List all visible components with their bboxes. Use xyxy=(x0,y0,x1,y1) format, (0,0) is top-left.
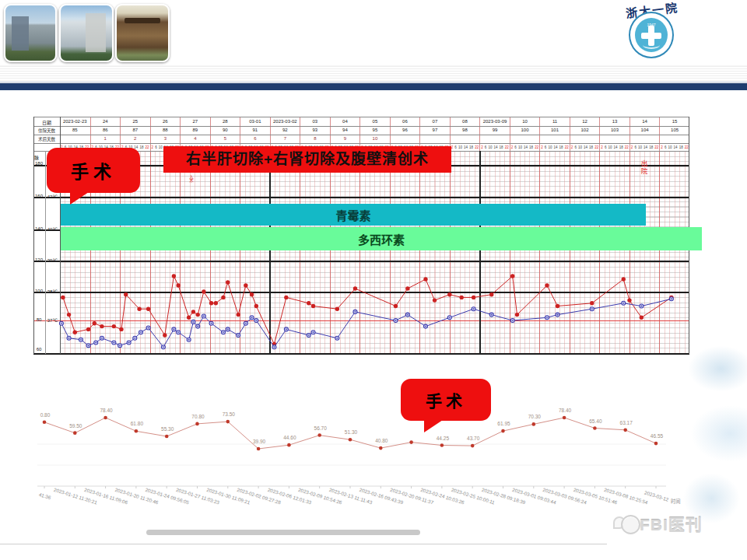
surgery-callout: 手术 xyxy=(47,148,140,193)
trend-point xyxy=(73,431,77,435)
header-cell: 101 xyxy=(539,126,570,135)
time-ticks-cell: 2610141822 xyxy=(659,143,689,151)
header-cell: 94 xyxy=(330,126,360,135)
x-axis-unit-label: 时间 xyxy=(671,498,681,505)
header-cell: 15 xyxy=(659,117,689,126)
trend-point xyxy=(563,416,566,420)
discharge-label: 出院 xyxy=(639,160,648,175)
value-label: 63.17 xyxy=(620,420,633,425)
header-cell xyxy=(570,135,600,143)
time-tick: 18 xyxy=(589,145,593,149)
time-tick: 10 xyxy=(458,145,462,149)
temp-point xyxy=(622,277,626,281)
horizontal-scrollbar[interactable] xyxy=(146,530,420,535)
time-tick: 22 xyxy=(685,145,689,149)
time-tick: 10 xyxy=(608,145,612,149)
header-cell: 86 xyxy=(90,126,121,135)
header-cell: 03-01 xyxy=(240,117,270,126)
time-tick: 22 xyxy=(654,145,658,149)
temp-point xyxy=(284,296,288,299)
trend-point xyxy=(349,438,352,442)
value-label: 44.25 xyxy=(437,436,450,441)
temp-point xyxy=(191,310,195,313)
temp-point xyxy=(226,280,230,284)
trend-point xyxy=(440,443,444,447)
value-label: 43.70 xyxy=(467,436,480,441)
time-tick: 6 xyxy=(665,145,667,149)
building-shape xyxy=(86,13,106,52)
trend-point xyxy=(623,429,627,432)
time-tick: 2 xyxy=(152,145,154,149)
temp-point xyxy=(124,292,128,296)
temp-point xyxy=(627,298,631,302)
header-cell: 25 xyxy=(120,117,150,126)
header-cell xyxy=(390,135,420,143)
time-tick: 22 xyxy=(565,145,569,149)
hospital-logo: 浙大一院 1947 xyxy=(622,2,683,64)
building-shape xyxy=(12,16,29,51)
temp-point xyxy=(250,292,254,296)
temp-point xyxy=(244,283,247,287)
temp-point xyxy=(237,313,240,317)
temp-point xyxy=(112,324,116,328)
trend-point xyxy=(501,429,505,433)
time-tick: 18 xyxy=(649,145,653,149)
time-tick: 14 xyxy=(524,145,528,149)
trend-point xyxy=(379,446,383,450)
header-cell: 6 xyxy=(240,135,270,143)
temp-point xyxy=(423,277,427,281)
header-cell: 3 xyxy=(150,135,181,143)
trend-point xyxy=(43,421,47,425)
header-cell: 06 xyxy=(390,117,420,126)
time-tick: 6 xyxy=(634,145,637,149)
header-cell: 05 xyxy=(359,117,390,126)
pulse-axis-label: 80 xyxy=(33,317,44,322)
value-label: 40.80 xyxy=(375,438,388,443)
header-cell: 28 xyxy=(210,117,240,126)
time-tick: 2 xyxy=(451,145,454,149)
trend-plot: 0.8041:3659.502023-01-12 11:20:2178.4020… xyxy=(23,383,708,527)
header-cell: 07 xyxy=(419,117,450,126)
header-cell: 100 xyxy=(510,126,540,135)
time-ticks-cell: 2610141822 xyxy=(599,143,630,151)
time-tick: 2 xyxy=(631,145,633,149)
header-cell: 27 xyxy=(180,117,210,126)
postop-days-row: 12345678910 xyxy=(60,135,689,143)
temp-point xyxy=(545,283,549,287)
header-cell: 93 xyxy=(300,126,330,135)
header-cell xyxy=(450,135,480,143)
temp-point xyxy=(489,292,493,296)
header-cell xyxy=(510,135,540,143)
header-cell: 9 xyxy=(330,135,360,143)
header-cell: 04 xyxy=(330,117,360,126)
time-tick: 18 xyxy=(559,145,563,149)
time-tick: 2 xyxy=(601,145,603,149)
temp-point xyxy=(556,304,559,308)
header-cell: 98 xyxy=(450,126,480,135)
time-tick: 22 xyxy=(594,145,598,149)
header-cell: 88 xyxy=(150,126,181,135)
temp-point xyxy=(172,274,176,278)
pulse-axis-label: 140 xyxy=(33,226,44,231)
hospital-logo-inner-circle: 1947 xyxy=(635,18,668,52)
trend-point xyxy=(103,416,107,420)
time-ticks-cell: 2610141822 xyxy=(510,143,540,151)
value-label: 51.30 xyxy=(345,429,358,435)
time-tick: 14 xyxy=(584,145,587,149)
header-cell: 11 xyxy=(539,117,570,126)
brand-watermark: FBI医刊 xyxy=(613,512,703,535)
trend-point xyxy=(593,426,597,430)
header-cell: 8 xyxy=(300,135,330,143)
header-cell xyxy=(599,135,630,143)
temp-point xyxy=(209,301,213,305)
value-label: 70.30 xyxy=(528,414,542,419)
trend-chart: 0.8041:3659.502023-01-12 11:20:2178.4020… xyxy=(23,383,708,527)
temp-point xyxy=(311,304,315,308)
header-cell: 2023-02-23 xyxy=(60,117,90,126)
time-tick: 22 xyxy=(625,145,629,149)
header-cell: 95 xyxy=(359,126,390,135)
pulse-axis-label: 120 xyxy=(33,257,44,262)
header-cell: 13 xyxy=(599,117,630,126)
temp-point xyxy=(93,321,96,325)
time-tick: 18 xyxy=(529,145,533,149)
